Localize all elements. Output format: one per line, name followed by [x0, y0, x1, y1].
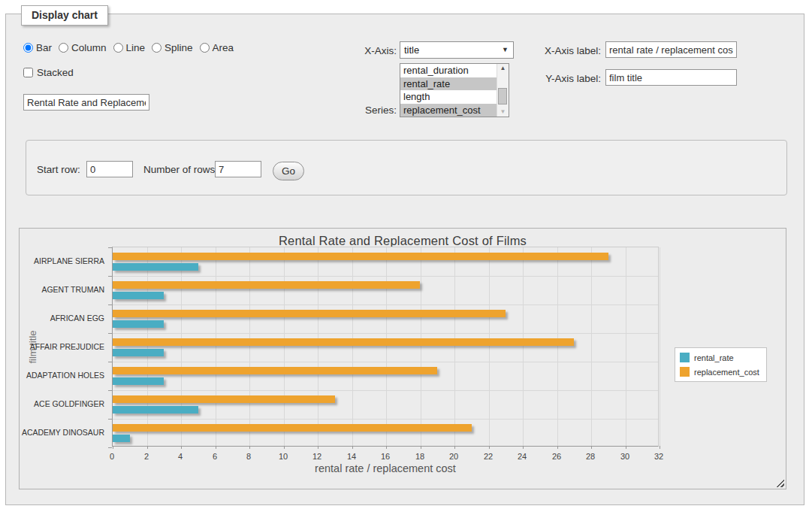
bar-replacement_cost-airplane-sierra — [113, 253, 608, 260]
series-option-replacement_cost[interactable]: replacement_cost — [400, 104, 497, 117]
page: Display chart BarColumnLineSplineArea St… — [0, 0, 812, 512]
x-tick-mark — [284, 446, 285, 449]
category-label: AGENT TRUMAN — [20, 285, 104, 294]
gridline-h — [113, 390, 658, 391]
dropdown-arrow-icon: ▼ — [502, 46, 509, 53]
chart-x-axis-title: rental rate / replacement cost — [112, 462, 659, 474]
bar-rental_rate-ace-goldfinger — [113, 406, 198, 414]
bar-replacement_cost-affair-prejudice — [113, 338, 574, 346]
x-tick-label: 0 — [98, 452, 125, 461]
x-axis-label-input[interactable] — [605, 41, 737, 58]
x-tick-label: 30 — [611, 452, 638, 461]
category-label: ADAPTATION HOLES — [20, 371, 104, 380]
x-tick-mark — [421, 446, 421, 449]
x-tick-mark — [660, 446, 660, 449]
gridline-v — [386, 247, 387, 446]
x-tick-mark — [626, 446, 626, 449]
x-tick-mark — [216, 446, 216, 449]
bar-replacement_cost-adaptation-holes — [113, 367, 437, 374]
gridline-v — [147, 247, 148, 446]
x-axis-select[interactable]: title ▼ — [400, 41, 514, 59]
series-listbox[interactable]: rental_durationrental_ratelengthreplacem… — [400, 63, 509, 117]
category-label: AIRPLANE SIERRA — [20, 256, 104, 265]
gridline-v — [284, 247, 285, 446]
y-tick-mark — [108, 390, 112, 391]
y-axis-label-input[interactable] — [605, 69, 737, 86]
y-tick-mark — [108, 419, 112, 420]
scrollbar-up-icon[interactable]: ▲ — [497, 64, 509, 73]
chart-type-radio-column[interactable] — [59, 43, 68, 53]
series-option-length[interactable]: length — [400, 90, 497, 104]
gridline-v — [181, 247, 182, 446]
chart-type-label: Line — [126, 42, 146, 53]
x-axis-label-label: X-Axis label: — [535, 45, 601, 56]
stacked-checkbox-row[interactable]: Stacked — [23, 67, 74, 78]
scrollbar-down-icon[interactable]: ▼ — [497, 108, 509, 117]
x-tick-label: 26 — [543, 452, 570, 461]
stacked-checkbox[interactable] — [23, 68, 33, 77]
go-button[interactable]: Go — [273, 162, 304, 180]
chart-type-option-line[interactable]: Line — [113, 42, 146, 53]
scrollbar-thumb[interactable] — [498, 88, 507, 105]
start-row-input[interactable] — [86, 161, 133, 177]
chart-type-option-column[interactable]: Column — [59, 42, 107, 53]
series-scrollbar[interactable]: ▲ ▼ — [497, 64, 509, 117]
legend-entry-rental_rate: rental_rate — [680, 353, 759, 362]
x-tick-label: 14 — [338, 452, 365, 461]
plot-area — [112, 247, 659, 447]
bar-rental_rate-agent-truman — [113, 292, 164, 299]
y-tick-mark — [108, 247, 112, 248]
x-axis-select-label: X-Axis: — [331, 45, 397, 56]
gridline-v — [249, 247, 250, 446]
gridline-v — [216, 247, 216, 446]
bar-rental_rate-academy-dinosaur — [113, 435, 130, 442]
bar-replacement_cost-african-egg — [113, 310, 506, 317]
x-tick-label: 4 — [167, 452, 194, 461]
chart-type-radio-line[interactable] — [113, 43, 123, 53]
chart-type-option-bar[interactable]: Bar — [23, 42, 52, 53]
legend-entry-replacement_cost: replacement_cost — [680, 367, 759, 377]
gridline-h — [113, 362, 658, 362]
chart-type-label: Column — [71, 42, 107, 53]
chart-legend: rental_ratereplacement_cost — [675, 347, 767, 382]
bar-replacement_cost-ace-goldfinger — [113, 395, 335, 403]
series-options: rental_durationrental_ratelengthreplacem… — [400, 64, 497, 117]
chart-title-input[interactable] — [23, 94, 149, 111]
gridline-v — [523, 247, 524, 446]
bar-rental_rate-adaptation-holes — [113, 377, 164, 385]
chart-type-label: Bar — [36, 42, 52, 53]
x-tick-label: 10 — [270, 452, 297, 461]
bar-rental_rate-airplane-sierra — [113, 263, 198, 271]
resize-handle-icon[interactable] — [776, 479, 784, 487]
x-tick-label: 22 — [475, 452, 502, 461]
chart-type-radio-spline[interactable] — [152, 43, 161, 53]
x-tick-label: 24 — [509, 452, 536, 461]
x-tick-mark — [523, 446, 524, 449]
x-tick-mark — [147, 446, 148, 449]
legend-label: rental_rate — [694, 353, 734, 362]
x-tick-mark — [557, 446, 558, 449]
gridline-v — [454, 247, 455, 446]
number-of-rows-input[interactable] — [215, 161, 261, 177]
x-tick-mark — [318, 446, 318, 449]
gridline-v — [557, 247, 558, 446]
gridline-h — [113, 304, 658, 305]
legend-swatch-replacement_cost — [680, 367, 690, 377]
x-tick-mark — [249, 446, 250, 449]
chart-type-option-spline[interactable]: Spline — [152, 42, 193, 53]
category-label: AFFAIR PREJUDICE — [20, 342, 104, 351]
gridline-v — [489, 247, 490, 446]
chart-type-option-area[interactable]: Area — [200, 42, 234, 53]
gridline-h — [113, 333, 658, 334]
chart-type-radio-bar[interactable] — [23, 43, 33, 53]
gridline-v — [352, 247, 353, 446]
series-option-rental_duration[interactable]: rental_duration — [400, 64, 497, 77]
chart-type-radio-area[interactable] — [200, 43, 210, 53]
number-of-rows-label: Number of rows: — [143, 164, 218, 175]
x-tick-mark — [352, 446, 353, 449]
series-option-rental_rate[interactable]: rental_rate — [400, 77, 497, 91]
legend-swatch-rental_rate — [680, 353, 690, 362]
stacked-label: Stacked — [37, 67, 74, 78]
x-tick-mark — [454, 446, 455, 449]
bar-rental_rate-affair-prejudice — [113, 349, 164, 356]
